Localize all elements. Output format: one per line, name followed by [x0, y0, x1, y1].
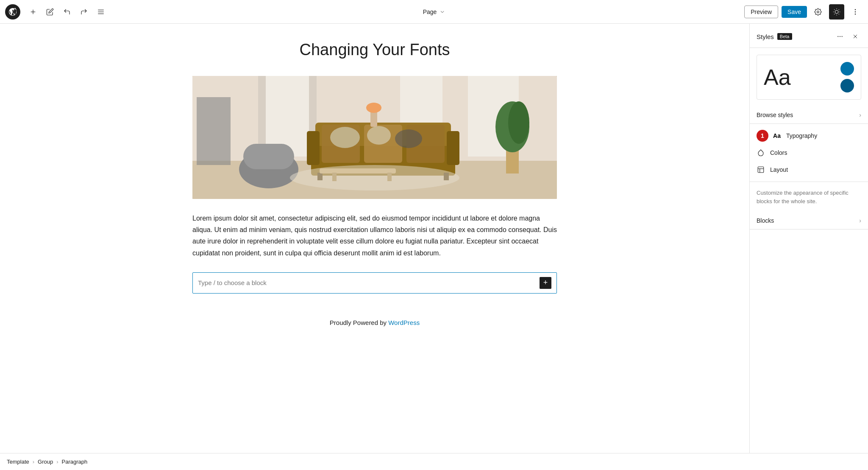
- layout-row[interactable]: Layout: [750, 161, 868, 178]
- styles-section: 1 Aa Typography Colors: [750, 124, 868, 182]
- beta-badge: Beta: [777, 33, 792, 40]
- more-options-button[interactable]: [848, 4, 863, 20]
- add-block-button[interactable]: +: [540, 277, 551, 289]
- footer-link[interactable]: WordPress: [388, 319, 420, 326]
- svg-point-48: [290, 165, 459, 190]
- breadcrumb-group[interactable]: Group: [38, 459, 53, 465]
- breadcrumb-sep-1: ›: [33, 459, 34, 465]
- footer: Proudly Powered by WordPress: [192, 311, 557, 335]
- chevron-down-icon: [439, 9, 445, 15]
- layout-icon-svg: [757, 166, 765, 173]
- customize-text: Customize the appearance of specific blo…: [750, 182, 868, 212]
- style-circle-2: [840, 79, 854, 92]
- theme-toggle-button[interactable]: [829, 4, 844, 20]
- footer-text: Proudly Powered by: [330, 319, 388, 326]
- typography-row[interactable]: Aa Typography: [773, 131, 861, 140]
- styles-sidebar: Styles Beta Aa Browse styles ›: [749, 24, 868, 453]
- body-text[interactable]: Lorem ipsum dolor sit amet, consectetur …: [192, 213, 557, 259]
- layout-icon: [757, 165, 765, 174]
- toolbar-right: Preview Save: [744, 4, 863, 20]
- breadcrumb: Template › Group › Paragraph: [0, 453, 868, 470]
- svg-point-5: [817, 11, 819, 13]
- breadcrumb-template[interactable]: Template: [7, 459, 29, 465]
- preview-button[interactable]: Preview: [744, 6, 778, 18]
- colors-label: Colors: [770, 149, 787, 156]
- undo-icon: [63, 8, 71, 16]
- blocks-row[interactable]: Blocks ›: [750, 212, 868, 229]
- editor-content: Changing Your Fonts: [192, 41, 557, 335]
- wp-logo-icon: [8, 8, 17, 16]
- content-image[interactable]: [192, 76, 557, 199]
- colors-icon: [757, 148, 765, 157]
- sidebar-title: Styles: [757, 33, 774, 40]
- undo-button[interactable]: [59, 4, 75, 20]
- save-button[interactable]: Save: [782, 6, 807, 18]
- svg-point-49: [838, 36, 838, 36]
- browse-styles-row[interactable]: Browse styles ›: [750, 106, 868, 124]
- wp-logo[interactable]: [5, 4, 20, 20]
- sidebar-close-button[interactable]: [849, 31, 861, 42]
- add-block-toolbar-button[interactable]: [25, 4, 41, 20]
- list-view-button[interactable]: [93, 4, 108, 20]
- svg-rect-27: [307, 131, 320, 165]
- redo-icon: [80, 8, 88, 16]
- sidebar-ellipsis-icon: [837, 33, 843, 40]
- sidebar-header: Styles Beta: [750, 24, 868, 48]
- breadcrumb-sep-2: ›: [56, 459, 58, 465]
- typography-label: Typography: [786, 132, 817, 139]
- svg-point-50: [840, 36, 840, 36]
- svg-point-15: [855, 9, 856, 10]
- style-aa-text: Aa: [764, 64, 791, 90]
- svg-rect-54: [758, 167, 764, 173]
- svg-point-16: [855, 11, 856, 12]
- svg-point-17: [855, 14, 856, 14]
- svg-point-36: [395, 129, 422, 148]
- step-row: 1 Aa Typography: [750, 127, 868, 144]
- svg-point-35: [367, 126, 391, 145]
- svg-point-34: [330, 127, 360, 148]
- svg-point-47: [366, 103, 381, 113]
- svg-line-14: [839, 9, 839, 10]
- room-image-svg: [192, 76, 557, 199]
- svg-line-13: [834, 14, 835, 14]
- close-icon: [852, 33, 859, 40]
- svg-line-10: [839, 14, 839, 14]
- style-circles: [840, 62, 854, 92]
- sidebar-title-row: Styles Beta: [757, 33, 792, 40]
- plus-icon: [29, 8, 37, 16]
- browse-styles-label: Browse styles: [757, 112, 793, 118]
- ellipsis-icon: [851, 8, 859, 16]
- browse-styles-chevron: ›: [859, 112, 861, 118]
- gear-icon: [814, 8, 822, 16]
- breadcrumb-paragraph[interactable]: Paragraph: [62, 459, 88, 465]
- svg-point-44: [508, 101, 529, 144]
- block-input[interactable]: [198, 279, 540, 286]
- svg-rect-38: [243, 144, 294, 169]
- edit-button[interactable]: [42, 4, 58, 20]
- drop-icon: [757, 149, 765, 157]
- style-circle-1: [840, 62, 854, 76]
- redo-button[interactable]: [76, 4, 92, 20]
- main-layout: Changing Your Fonts: [0, 24, 868, 453]
- pencil-icon: [46, 8, 54, 16]
- step-badge: 1: [757, 130, 768, 142]
- svg-point-6: [835, 10, 838, 14]
- svg-point-51: [842, 36, 842, 36]
- page-label: Page: [423, 8, 437, 15]
- blocks-chevron: ›: [859, 217, 861, 224]
- block-input-area: +: [192, 272, 557, 294]
- page-title[interactable]: Changing Your Fonts: [192, 41, 557, 59]
- content-image-inner: [192, 76, 557, 199]
- typography-icon: Aa: [773, 131, 781, 140]
- sidebar-more-button[interactable]: [834, 31, 846, 42]
- settings-button[interactable]: [810, 4, 826, 20]
- svg-line-9: [834, 9, 835, 10]
- dark-mode-icon: [833, 8, 840, 16]
- page-indicator[interactable]: Page: [423, 8, 445, 15]
- colors-row[interactable]: Colors: [750, 144, 868, 161]
- blocks-label: Blocks: [757, 217, 774, 224]
- sidebar-header-icons: [834, 31, 861, 42]
- svg-rect-45: [197, 97, 231, 165]
- style-preview[interactable]: Aa: [757, 55, 861, 100]
- main-toolbar: Page Preview Save: [0, 0, 868, 24]
